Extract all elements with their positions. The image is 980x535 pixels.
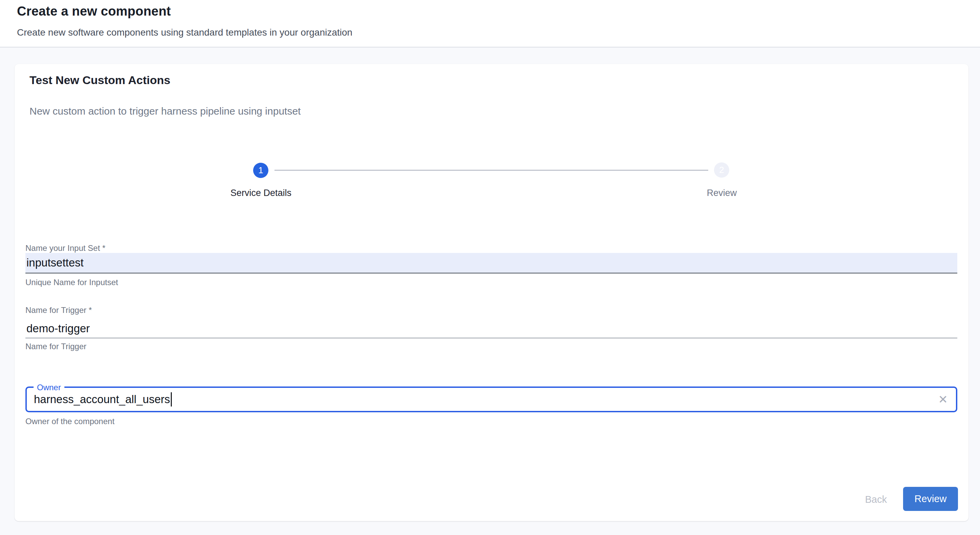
inputset-name-input[interactable]: inputsettest xyxy=(25,253,957,274)
step-label-service-details: Service Details xyxy=(193,188,329,198)
trigger-name-label: Name for Trigger * xyxy=(25,305,92,315)
template-card: Test New Custom Actions New custom actio… xyxy=(14,64,969,521)
stepper-connector-line xyxy=(274,170,708,170)
inputset-name-helper: Unique Name for Inputset xyxy=(25,277,118,288)
review-button[interactable]: Review xyxy=(903,487,958,511)
page-title: Create a new component xyxy=(17,4,171,19)
inputset-name-label: Name your Input Set * xyxy=(25,243,105,253)
owner-value: harness_account_all_users xyxy=(27,393,170,406)
step-indicator-review: 2 xyxy=(714,162,729,178)
template-description: New custom action to trigger harness pip… xyxy=(29,105,301,117)
create-component-page: Create a new component Create new softwa… xyxy=(0,0,980,535)
trigger-name-input[interactable]: demo-trigger xyxy=(25,319,957,338)
step-label-review: Review xyxy=(654,188,789,198)
trigger-name-value: demo-trigger xyxy=(25,322,90,335)
owner-label: Owner xyxy=(33,382,64,393)
page-subtitle: Create new software components using sta… xyxy=(17,27,352,38)
template-title: Test New Custom Actions xyxy=(29,73,170,87)
back-button[interactable]: Back xyxy=(849,493,903,505)
page-header: Create a new component Create new softwa… xyxy=(0,0,980,47)
trigger-name-helper: Name for Trigger xyxy=(25,341,86,352)
clear-icon[interactable]: ✕ xyxy=(938,393,948,405)
text-cursor xyxy=(171,392,172,406)
step-indicator-service-details: 1 xyxy=(253,163,268,178)
inputset-name-value: inputsettest xyxy=(25,256,84,269)
step-number: 2 xyxy=(719,165,724,175)
owner-helper: Owner of the component xyxy=(25,416,115,427)
step-number: 1 xyxy=(258,165,263,176)
owner-input[interactable]: Owner harness_account_all_users ✕ xyxy=(25,387,957,412)
